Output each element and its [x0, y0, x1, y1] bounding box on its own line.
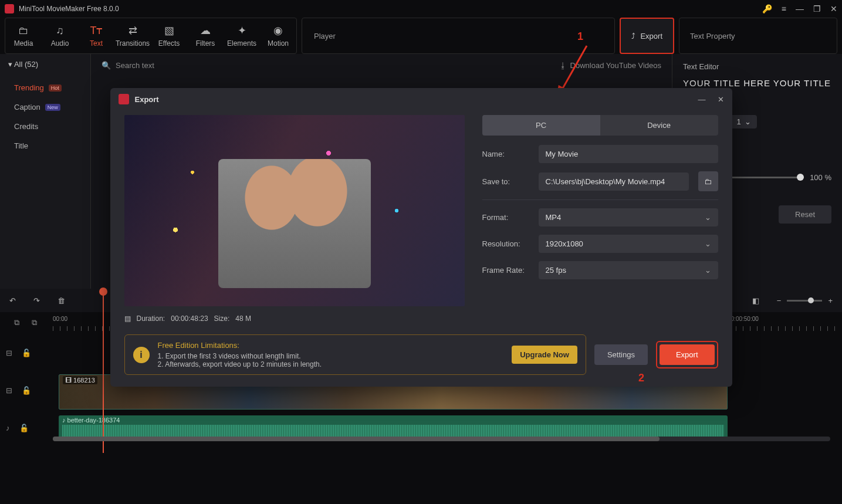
save-to-input[interactable]: C:\Users\bj\Desktop\My Movie.mp4: [539, 172, 689, 191]
framerate-select[interactable]: 25 fps: [539, 261, 718, 279]
limitations-line-1: 1. Export the first 3 videos without len…: [158, 352, 504, 360]
export-modal: Export — ✕ ▤ Duration: 00:00:48:23 Size:…: [110, 88, 732, 387]
upgrade-now-button[interactable]: Upgrade Now: [512, 346, 577, 364]
limitations-heading: Free Edition Limitations:: [158, 341, 504, 350]
name-label: Name:: [482, 150, 529, 158]
limitations-banner: i Free Edition Limitations: 1. Export th…: [124, 334, 586, 375]
framerate-label: Frame Rate:: [482, 266, 529, 275]
close-icon[interactable]: ✕: [718, 95, 724, 104]
duration-value: 00:00:48:23: [171, 314, 208, 323]
export-modal-overlay: Export — ✕ ▤ Duration: 00:00:48:23 Size:…: [0, 0, 842, 504]
browse-button[interactable]: 🗀: [698, 171, 718, 191]
settings-button[interactable]: Settings: [594, 344, 648, 365]
video-preview: [124, 115, 465, 306]
size-value: 48 M: [235, 314, 251, 323]
save-to-label: Save to:: [482, 177, 529, 186]
resolution-select[interactable]: 1920x1080: [539, 235, 718, 253]
format-select[interactable]: MP4: [539, 208, 718, 226]
duration-label: Duration:: [137, 314, 165, 323]
export-tab-device[interactable]: Device: [600, 115, 718, 136]
name-input[interactable]: My Movie: [539, 145, 718, 163]
export-tab-pc[interactable]: PC: [482, 115, 600, 136]
minimize-icon[interactable]: —: [698, 95, 706, 104]
app-logo-icon: [119, 94, 129, 104]
export-confirm-button[interactable]: Export: [660, 344, 715, 365]
disk-icon: ▤: [124, 314, 131, 323]
annotation-2: 2: [638, 372, 644, 384]
folder-icon: 🗀: [704, 177, 712, 186]
limitations-line-2: 2. Afterwards, export video up to 2 minu…: [158, 360, 504, 368]
format-label: Format:: [482, 213, 529, 222]
resolution-label: Resolution:: [482, 239, 529, 248]
modal-title: Export: [135, 95, 159, 104]
size-label: Size:: [214, 314, 230, 323]
info-icon: i: [133, 347, 150, 363]
